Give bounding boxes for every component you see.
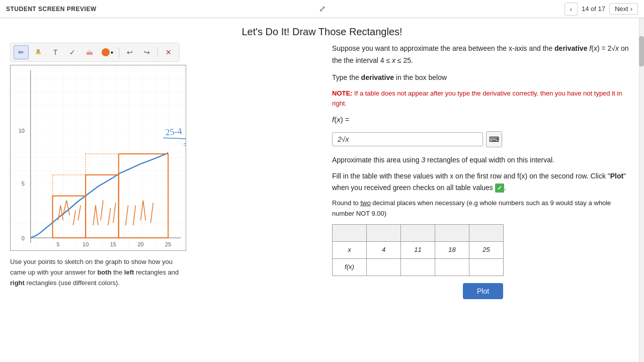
fx-row-label: f(x) (333, 258, 367, 276)
color-picker-button[interactable]: ▾ (99, 47, 116, 58)
keyboard-icon-button[interactable]: ⌨ (486, 131, 502, 147)
table-empty-cell-2 (401, 224, 435, 241)
header-title: STUDENT SCREEN PREVIEW (6, 6, 97, 13)
intro-paragraph: Suppose you want to approximate the area… (332, 43, 634, 67)
fx-input-2[interactable] (401, 258, 435, 276)
header-center: ⤢ (319, 4, 326, 14)
green-check-icon: ✓ (495, 184, 504, 193)
note-label: NOTE: (332, 89, 352, 97)
fill-instruction: Fill in the table with these values with… (332, 170, 634, 193)
svg-text:15: 15 (110, 241, 116, 247)
x-value-1: 4 (367, 241, 401, 258)
main-content: Let's Do It! Draw Those Rectangles! ✏ T … (0, 18, 644, 362)
color-dropdown-arrow: ▾ (111, 50, 113, 55)
svg-text:5: 5 (22, 180, 25, 187)
page-title: Let's Do It! Draw Those Rectangles! (0, 18, 644, 43)
svg-text:20: 20 (137, 241, 143, 247)
plot-button[interactable]: Plot (463, 283, 503, 299)
right-panel: Suppose you want to approximate the area… (332, 43, 634, 299)
toolbar-separator-2 (157, 47, 158, 57)
svg-text:0: 0 (22, 235, 25, 241)
undo-button[interactable]: ↩ (122, 45, 137, 59)
header-nav: ‹ 14 of 17 Next › (565, 3, 638, 16)
table-fx-row: f(x) (333, 258, 504, 276)
fx-input-3[interactable] (435, 258, 469, 276)
annotation-text: Use your points to sketch on the graph t… (10, 257, 186, 288)
x-row-label: x (333, 241, 367, 258)
table-empty-cell-3 (435, 224, 469, 241)
fx-cell-input-4[interactable] (472, 263, 500, 270)
text-tool-button[interactable]: T (48, 45, 63, 59)
table-empty-cell-4 (469, 224, 504, 241)
fx-display: f(x) = (332, 113, 634, 126)
left-panel: ✏ T ✓ ▾ ↩ ↪ ✕ (10, 43, 322, 299)
derivative-input[interactable] (332, 132, 483, 146)
redo-button[interactable]: ↪ (139, 45, 154, 59)
close-tool-button[interactable]: ✕ (161, 45, 176, 59)
drawing-toolbar: ✏ T ✓ ▾ ↩ ↪ ✕ (10, 43, 180, 62)
derivative-input-row: ⌨ (332, 131, 634, 147)
next-page-button[interactable]: Next › (609, 3, 638, 15)
note-paragraph: NOTE: If a table does not appear after y… (332, 88, 634, 108)
pencil-tool-button[interactable]: ✏ (14, 45, 29, 59)
highlighter-tool-button[interactable] (31, 45, 46, 59)
header: STUDENT SCREEN PREVIEW ⤢ ‹ 14 of 17 Next… (0, 0, 644, 18)
svg-text:10: 10 (83, 241, 89, 247)
table-empty-cell-1 (367, 224, 401, 241)
svg-marker-3 (87, 49, 93, 52)
svg-text:5: 5 (56, 241, 59, 247)
prev-page-button[interactable]: ‹ (565, 3, 578, 16)
values-table: x 4 11 18 25 f(x) (332, 224, 504, 276)
svg-text:25-4: 25-4 (165, 126, 182, 137)
svg-rect-1 (37, 49, 40, 53)
toolbar-separator (119, 47, 119, 57)
svg-text:= 7: = 7 (183, 140, 186, 150)
graph-svg: 10 5 0 5 10 15 20 25 (11, 65, 186, 250)
graph-area: 10 5 0 5 10 15 20 25 (10, 65, 186, 251)
round-instruction: Round to two decimal places when necessa… (332, 198, 634, 219)
fx-input-4[interactable] (469, 258, 504, 276)
scrollbar-track (639, 18, 644, 362)
eraser-tool-button[interactable] (82, 45, 97, 59)
table-x-row: x 4 11 18 25 (333, 241, 504, 258)
rect-count: 3 (421, 156, 425, 164)
table-corner-cell (333, 224, 367, 241)
fx-cell-input-2[interactable] (404, 263, 432, 270)
svg-text:10: 10 (19, 128, 25, 134)
fx-input-1[interactable] (367, 258, 401, 276)
type-instruction: Type the derivative in the box below (332, 72, 634, 84)
content-row: ✏ T ✓ ▾ ↩ ↪ ✕ (0, 43, 644, 299)
color-swatch (102, 48, 110, 56)
scrollbar-thumb[interactable] (639, 36, 644, 66)
fx-cell-input-3[interactable] (438, 263, 466, 270)
x-value-4: 25 (469, 241, 504, 258)
x-value-3: 18 (435, 241, 469, 258)
fx-cell-input-1[interactable] (370, 263, 397, 270)
svg-rect-2 (87, 52, 93, 55)
approx-paragraph: Approximate this area using 3 rectangles… (332, 154, 634, 165)
svg-text:25: 25 (165, 241, 171, 247)
check-tool-button[interactable]: ✓ (65, 45, 80, 59)
page-indicator: 14 of 17 (582, 5, 605, 13)
expand-icon[interactable]: ⤢ (319, 5, 326, 13)
table-empty-row (333, 224, 504, 241)
x-value-2: 11 (401, 241, 435, 258)
